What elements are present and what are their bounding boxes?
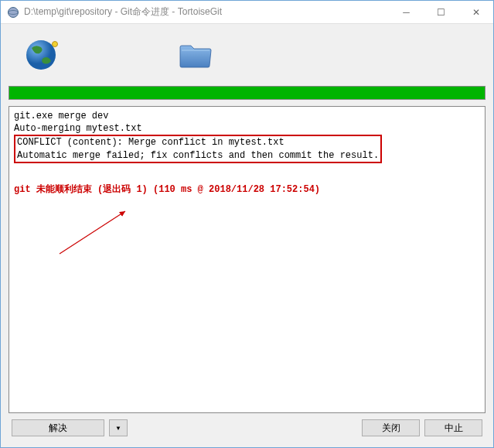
progress-bar bbox=[9, 86, 485, 100]
abort-button[interactable]: 中止 bbox=[424, 419, 482, 436]
log-line: CONFLICT (content): Merge conflict in my… bbox=[17, 136, 379, 149]
log-output[interactable]: git.exe merge dev Auto-merging mytest.tx… bbox=[9, 106, 485, 413]
log-line: Automatic merge failed; fix conflicts an… bbox=[17, 149, 379, 162]
folder-icon bbox=[177, 39, 214, 70]
chevron-down-icon: ▼ bbox=[115, 425, 121, 432]
annotation-arrow-icon bbox=[56, 207, 148, 262]
app-icon bbox=[7, 6, 19, 19]
titlebar[interactable]: D:\temp\git\repository - Git命令进度 - Torto… bbox=[1, 1, 493, 24]
svg-line-4 bbox=[60, 211, 125, 254]
svg-point-2 bbox=[26, 40, 56, 70]
button-row: 解决 ▼ 关闭 中止 bbox=[9, 413, 485, 439]
window-controls: ─ ☐ ✕ bbox=[389, 1, 493, 23]
conflict-highlight: CONFLICT (content): Merge conflict in my… bbox=[14, 135, 382, 162]
minimize-button[interactable]: ─ bbox=[389, 1, 424, 23]
svg-point-3 bbox=[53, 42, 58, 47]
resolve-button[interactable]: 解决 bbox=[12, 419, 104, 436]
log-line: git.exe merge dev bbox=[14, 110, 480, 122]
dialog-content: git.exe merge dev Auto-merging mytest.tx… bbox=[1, 24, 493, 447]
log-line: Auto-merging mytest.txt bbox=[14, 122, 480, 135]
dialog-window: D:\temp\git\repository - Git命令进度 - Torto… bbox=[0, 0, 494, 448]
icons-row bbox=[9, 32, 485, 78]
close-window-button[interactable]: ✕ bbox=[458, 1, 493, 23]
svg-point-0 bbox=[9, 7, 19, 17]
globe-icon bbox=[24, 36, 61, 74]
resolve-dropdown-button[interactable]: ▼ bbox=[109, 419, 128, 436]
maximize-button[interactable]: ☐ bbox=[424, 1, 458, 23]
close-button[interactable]: 关闭 bbox=[362, 419, 420, 436]
error-line: git 未能顺利结束 (退出码 1) (110 ms @ 2018/11/28 … bbox=[14, 183, 480, 196]
window-title: D:\temp\git\repository - Git命令进度 - Torto… bbox=[24, 5, 389, 19]
